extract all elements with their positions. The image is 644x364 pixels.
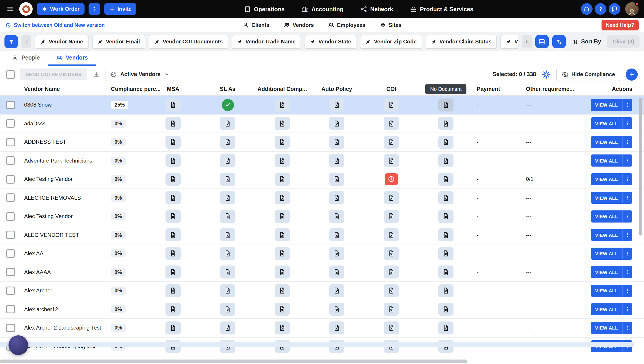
table-row[interactable]: 0308 Snow25%----VIEW ALL	[0, 96, 644, 114]
version-switch-link[interactable]: Switch between Old and New version	[5, 22, 105, 28]
view-all-button[interactable]: VIEW ALL	[590, 136, 622, 148]
user-avatar[interactable]	[625, 2, 639, 16]
no-document-icon[interactable]	[166, 136, 181, 149]
row-menu-button[interactable]	[622, 117, 632, 130]
no-document-icon[interactable]	[274, 136, 290, 149]
table-row[interactable]: Adventure Park Technicians0%----VIEW ALL	[0, 151, 644, 170]
row-menu-button[interactable]	[622, 266, 632, 278]
column-header-sl-as[interactable]: SL As	[200, 82, 255, 95]
no-document-icon[interactable]	[220, 173, 235, 186]
filter-chip-vendor-coi-documents[interactable]: Vendor COI Documents	[149, 35, 228, 49]
no-document-icon[interactable]	[329, 229, 344, 242]
no-document-icon[interactable]	[274, 266, 290, 279]
column-header-coi[interactable]: COI	[364, 82, 418, 95]
no-document-icon[interactable]	[384, 210, 399, 223]
no-document-icon[interactable]	[220, 321, 235, 334]
verified-badge[interactable]	[222, 99, 234, 111]
view-all-button[interactable]: VIEW ALL	[590, 117, 622, 130]
no-document-icon[interactable]	[438, 117, 454, 130]
column-header-payment[interactable]: Payment	[473, 82, 519, 95]
no-document-icon[interactable]	[438, 247, 454, 260]
row-menu-button[interactable]	[622, 173, 632, 185]
no-document-icon[interactable]	[329, 117, 344, 130]
no-document-icon[interactable]	[384, 98, 399, 111]
chips-scroll-left-button[interactable]	[22, 35, 31, 48]
no-document-icon[interactable]	[438, 192, 454, 204]
no-document-icon[interactable]	[274, 210, 290, 223]
row-checkbox[interactable]	[6, 287, 14, 295]
no-document-icon[interactable]	[220, 210, 235, 223]
no-document-icon[interactable]	[220, 192, 235, 204]
no-document-icon[interactable]	[166, 210, 181, 223]
no-document-icon[interactable]	[166, 321, 181, 334]
row-menu-button[interactable]	[622, 211, 632, 223]
more-actions-button[interactable]	[88, 3, 100, 15]
filter-chip-vendor-zip-code[interactable]: Vendor Zip Code	[360, 35, 422, 49]
no-document-icon[interactable]	[166, 229, 181, 242]
no-document-icon[interactable]	[166, 247, 181, 260]
no-document-icon[interactable]	[384, 192, 399, 204]
add-filter-button[interactable]	[552, 35, 566, 48]
filter-chip-vendor-name[interactable]: Vendor Name	[35, 35, 88, 49]
row-menu-button[interactable]	[622, 192, 632, 204]
no-document-icon[interactable]	[220, 303, 235, 316]
subnav-clients[interactable]: Clients	[242, 22, 270, 28]
no-document-icon[interactable]	[329, 284, 344, 297]
no-document-icon[interactable]	[166, 98, 181, 111]
row-menu-button[interactable]	[622, 99, 632, 111]
menu-icon[interactable]	[5, 4, 15, 14]
table-row[interactable]: Alex Archer0%----VIEW ALL	[0, 282, 644, 300]
no-document-icon[interactable]	[438, 303, 454, 316]
table-row[interactable]: ALEC ICE REMOVALS0%----VIEW ALL	[0, 189, 644, 207]
view-all-button[interactable]: VIEW ALL	[590, 248, 622, 260]
subnav-sites[interactable]: Sites	[380, 22, 402, 28]
row-checkbox[interactable]	[6, 119, 14, 128]
row-menu-button[interactable]	[622, 248, 632, 260]
row-checkbox[interactable]	[6, 268, 14, 276]
no-document-icon[interactable]	[384, 321, 399, 334]
no-document-icon[interactable]	[329, 303, 344, 316]
filter-chip-vendor-state[interactable]: Vendor State	[304, 35, 357, 49]
support-button[interactable]	[581, 3, 592, 15]
help-button[interactable]	[595, 3, 606, 15]
no-document-icon[interactable]	[438, 210, 454, 223]
send-coi-reminders-button[interactable]: SEND COI REMINDERS	[20, 69, 87, 80]
no-document-icon[interactable]	[166, 117, 181, 130]
sort-by-button[interactable]: Sort By	[569, 38, 604, 45]
no-document-icon[interactable]	[438, 154, 454, 167]
row-checkbox[interactable]	[6, 101, 14, 109]
no-document-icon[interactable]	[329, 247, 344, 260]
topnav-accounting[interactable]: Accounting	[302, 6, 344, 12]
no-document-icon[interactable]	[384, 247, 399, 260]
no-document-icon[interactable]	[220, 284, 235, 297]
no-document-icon[interactable]	[274, 98, 290, 111]
no-document-icon[interactable]	[220, 117, 235, 130]
no-document-icon[interactable]	[438, 136, 454, 149]
no-document-icon[interactable]	[220, 229, 235, 242]
chips-scroll-right-button[interactable]	[522, 35, 532, 48]
no-document-icon[interactable]	[220, 136, 235, 149]
invite-button[interactable]: Invite	[104, 3, 137, 15]
no-document-icon[interactable]	[329, 136, 344, 149]
no-document-icon[interactable]	[329, 173, 344, 186]
table-row[interactable]: Alex Archer 2 Landscaping Test0%----VIEW…	[0, 319, 644, 337]
no-document-icon[interactable]	[220, 154, 235, 167]
no-document-icon[interactable]	[274, 321, 290, 334]
no-document-icon[interactable]	[166, 303, 181, 316]
row-checkbox[interactable]	[6, 305, 14, 314]
no-document-icon[interactable]	[166, 192, 181, 204]
no-document-icon[interactable]	[274, 229, 290, 242]
no-document-icon[interactable]	[274, 154, 290, 167]
view-all-button[interactable]: VIEW ALL	[590, 155, 622, 167]
filter-chip-vendor-trade-name[interactable]: Vendor Trade Name	[232, 35, 301, 49]
row-checkbox[interactable]	[6, 212, 14, 221]
no-document-icon[interactable]	[329, 266, 344, 279]
no-document-icon[interactable]	[329, 192, 344, 204]
topnav-network[interactable]: Network	[360, 6, 393, 12]
view-all-button[interactable]: VIEW ALL	[590, 322, 622, 334]
topnav-operations[interactable]: Operations	[244, 6, 285, 12]
column-header-msa[interactable]: MSA	[146, 82, 200, 95]
view-all-button[interactable]: VIEW ALL	[590, 285, 622, 297]
row-menu-button[interactable]	[622, 155, 632, 167]
no-document-icon[interactable]	[329, 321, 344, 334]
